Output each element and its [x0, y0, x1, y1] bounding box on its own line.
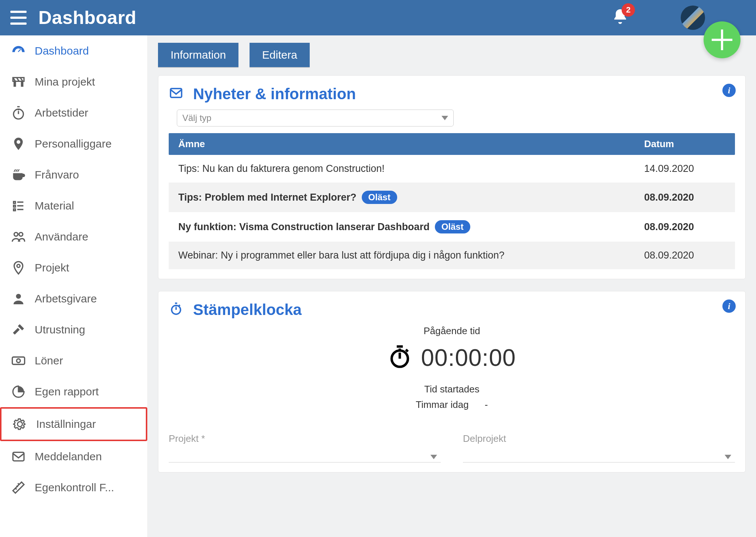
sidebar-item-label: Dashboard	[35, 45, 89, 57]
notifications-button[interactable]: 2	[611, 8, 629, 28]
news-row[interactable]: Tips: Problem med Internet Explorer? Olä…	[169, 183, 735, 212]
svg-rect-6	[171, 89, 182, 97]
notification-count-badge: 2	[622, 3, 635, 17]
hammer-icon	[10, 322, 27, 338]
sidebar-item-meddelanden[interactable]: Meddelanden	[0, 441, 147, 472]
page-title: Dashboard	[38, 7, 137, 28]
sidebar-item-egen-rapport[interactable]: Egen rapport	[0, 376, 147, 407]
news-row[interactable]: Ny funktion: Visma Construction lanserar…	[169, 212, 735, 242]
chevron-down-icon	[441, 116, 448, 120]
svg-point-1	[17, 264, 20, 267]
clock-title: Stämpelklocka	[193, 301, 302, 319]
hours-today-label: Timmar idag	[416, 399, 469, 410]
sidebar-item-mina-projekt[interactable]: Mina projekt	[0, 66, 147, 97]
tab-editera[interactable]: Editera	[250, 43, 310, 67]
stopwatch-icon	[388, 344, 412, 371]
tab-information[interactable]: Information	[158, 43, 238, 67]
map-pin-icon	[10, 260, 27, 276]
sidebar-item-label: Användare	[35, 231, 88, 243]
sidebar-item-label: Löner	[35, 354, 63, 367]
project-select[interactable]	[169, 452, 441, 462]
sidebar-item-label: Frånvaro	[35, 169, 79, 181]
main-content: Information Editera i Nyheter & informat…	[148, 35, 756, 537]
clock-panel: i Stämpelklocka Pågående tid 00:00:00 Ti…	[158, 291, 746, 472]
select-placeholder: Välj typ	[182, 113, 212, 123]
barrier-icon	[10, 74, 27, 90]
news-type-select[interactable]: Välj typ	[177, 110, 454, 127]
coffee-icon	[10, 167, 27, 183]
sidebar-item-projekt[interactable]: Projekt	[0, 252, 147, 283]
chevron-down-icon	[430, 455, 437, 459]
news-row[interactable]: Webinar: Ny i programmet eller bara lust…	[169, 242, 735, 269]
sidebar-item-loner[interactable]: Löner	[0, 345, 147, 376]
svg-rect-3	[12, 357, 24, 364]
sidebar: Dashboard Mina projekt Arbetstider Perso…	[0, 35, 148, 537]
news-subject: Tips: Nu kan du fakturera genom Construc…	[178, 163, 385, 174]
sidebar-item-arbetstider[interactable]: Arbetstider	[0, 97, 147, 128]
news-date: 08.09.2020	[644, 192, 725, 203]
sidebar-item-label: Utrustning	[35, 323, 85, 336]
menu-toggle-icon[interactable]	[10, 11, 27, 25]
time-started-label: Tid startades	[169, 382, 735, 397]
sidebar-item-anvandare[interactable]: Användare	[0, 221, 147, 252]
clock-time: 00:00:00	[421, 344, 516, 371]
pie-chart-icon	[10, 384, 27, 400]
stopwatch-icon	[169, 302, 183, 318]
news-subject: Ny funktion: Visma Construction lanserar…	[178, 221, 430, 233]
users-icon	[10, 229, 27, 245]
subproject-label: Delprojekt	[463, 433, 735, 444]
money-icon	[10, 353, 27, 369]
news-title: Nyheter & information	[193, 85, 356, 103]
sidebar-item-label: Arbetsgivare	[35, 292, 97, 305]
topbar: Dashboard 2	[0, 0, 756, 35]
news-subject: Tips: Problem med Internet Explorer?	[178, 192, 357, 203]
tabs: Information Editera	[158, 43, 746, 67]
news-panel: i Nyheter & information Välj typ Ämne Da…	[158, 75, 746, 279]
sidebar-item-label: Inställningar	[36, 418, 96, 430]
ruler-icon	[10, 479, 27, 496]
avatar[interactable]	[681, 6, 705, 30]
news-date: 14.09.2020	[644, 163, 725, 174]
sidebar-item-franvaro[interactable]: Frånvaro	[0, 159, 147, 190]
subproject-select[interactable]	[463, 452, 735, 462]
person-icon	[10, 291, 27, 307]
news-subject: Webinar: Ny i programmet eller bara lust…	[178, 250, 504, 261]
info-icon[interactable]: i	[722, 84, 736, 97]
add-button[interactable]	[704, 21, 740, 58]
sidebar-item-installningar[interactable]: Inställningar	[0, 407, 147, 441]
sidebar-item-label: Meddelanden	[35, 450, 102, 463]
mail-icon	[169, 86, 183, 102]
pin-icon	[10, 136, 27, 152]
sidebar-item-personalliggare[interactable]: Personalliggare	[0, 128, 147, 159]
gear-icon	[12, 416, 28, 432]
header-date: Datum	[644, 138, 725, 150]
sidebar-item-label: Arbetstider	[35, 107, 88, 119]
sidebar-item-label: Material	[35, 200, 74, 212]
sidebar-item-label: Personalliggare	[35, 138, 111, 150]
header-subject: Ämne	[178, 138, 644, 150]
sidebar-item-arbetsgivare[interactable]: Arbetsgivare	[0, 283, 147, 314]
sidebar-item-egenkontroll[interactable]: Egenkontroll F...	[0, 472, 147, 503]
svg-rect-5	[13, 452, 24, 461]
chevron-down-icon	[725, 455, 731, 459]
unread-badge: Oläst	[435, 220, 470, 233]
news-date: 08.09.2020	[644, 250, 725, 261]
mail-icon	[10, 448, 27, 465]
news-table-header: Ämne Datum	[169, 133, 735, 155]
gauge-icon	[10, 43, 27, 59]
stopwatch-icon	[10, 105, 27, 121]
ongoing-label: Pågående tid	[169, 325, 735, 337]
hours-today-value: -	[485, 399, 488, 410]
news-date: 08.09.2020	[644, 221, 725, 233]
info-icon[interactable]: i	[722, 299, 736, 313]
sidebar-item-label: Projekt	[35, 261, 69, 274]
checklist-icon	[10, 198, 27, 214]
sidebar-item-dashboard[interactable]: Dashboard	[0, 35, 147, 66]
svg-point-4	[17, 359, 20, 363]
news-row[interactable]: Tips: Nu kan du fakturera genom Construc…	[169, 155, 735, 183]
sidebar-item-label: Mina projekt	[35, 76, 95, 88]
unread-badge: Oläst	[362, 191, 397, 204]
sidebar-item-utrustning[interactable]: Utrustning	[0, 314, 147, 345]
sidebar-item-material[interactable]: Material	[0, 190, 147, 221]
sidebar-item-label: Egenkontroll F...	[35, 481, 114, 494]
